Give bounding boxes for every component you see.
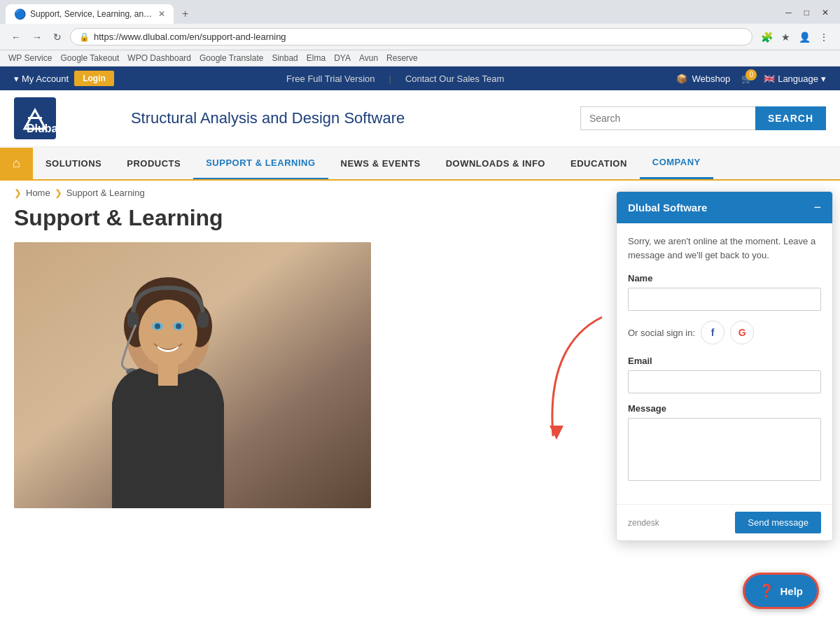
url-bar[interactable]: 🔒 https://www.dlubal.com/en/support-and-… xyxy=(70,28,752,46)
bookmark-dya[interactable]: DYA xyxy=(334,53,351,63)
back-button[interactable]: ← xyxy=(8,29,24,46)
webshop-link[interactable]: 📦 Webshop xyxy=(676,74,730,84)
svg-marker-18 xyxy=(550,426,564,440)
svg-rect-14 xyxy=(127,312,139,328)
my-account-menu[interactable]: ▾ My Account xyxy=(14,74,69,84)
search-wrap: SEARCH xyxy=(419,106,826,130)
bookmark-google-takeout[interactable]: Google Takeout xyxy=(60,53,119,63)
lock-icon: 🔒 xyxy=(79,32,90,42)
site-topbar: ▾ My Account Login Free Full Trial Versi… xyxy=(0,66,840,90)
help-icon: ❓ xyxy=(759,583,774,598)
tab-title: Support, Service, Learning, and S xyxy=(30,9,154,19)
chat-title: Dlubal Software xyxy=(628,202,707,214)
topbar-center: Free Full Trial Version | Contact Our Sa… xyxy=(128,74,663,84)
tab-bar: 🔵 Support, Service, Learning, and S ✕ + … xyxy=(0,0,840,24)
window-minimize-button[interactable]: ─ xyxy=(780,5,797,20)
new-tab-button[interactable]: + xyxy=(176,5,194,23)
search-button[interactable]: SEARCH xyxy=(755,106,826,130)
chat-header: Dlubal Software − xyxy=(617,192,832,223)
chat-name-input[interactable] xyxy=(628,288,821,311)
nav-news-events[interactable]: NEWS & EVENTS xyxy=(328,148,433,178)
language-arrow-icon: ▾ xyxy=(821,74,826,84)
logo-text: Dlubal xyxy=(27,122,61,135)
address-bar: ← → ↻ 🔒 https://www.dlubal.com/en/suppor… xyxy=(0,24,840,50)
nav-support-learning[interactable]: SUPPORT & LEARNING xyxy=(193,148,328,179)
language-selector[interactable]: 🇬🇧 Language ▾ xyxy=(764,74,826,84)
menu-button[interactable]: ⋮ xyxy=(816,29,832,46)
chat-footer: zendesk Send message xyxy=(617,504,832,540)
chat-message-label: Message xyxy=(628,403,821,414)
nav-education[interactable]: EDUCATION xyxy=(558,148,640,178)
nav-products[interactable]: PRODUCTS xyxy=(114,148,193,178)
chat-email-input[interactable] xyxy=(628,370,821,393)
chat-message-group: Message xyxy=(628,403,821,483)
site-header: Dlubal Structural Analysis and Design So… xyxy=(0,90,840,147)
svg-point-12 xyxy=(155,323,160,329)
language-label: Language xyxy=(778,74,818,84)
nav-downloads-info[interactable]: DOWNLOADS & INFO xyxy=(433,148,558,178)
forward-button[interactable]: → xyxy=(29,29,45,46)
window-maximize-button[interactable]: □ xyxy=(799,5,815,20)
chat-body: Sorry, we aren't online at the moment. L… xyxy=(617,223,832,504)
extensions-button[interactable]: 🧩 xyxy=(758,29,776,46)
svg-point-13 xyxy=(176,323,181,329)
webshop-label: Webshop xyxy=(692,74,730,84)
bookmark-google-translate[interactable]: Google Translate xyxy=(200,53,263,63)
nav-home-button[interactable]: ⌂ xyxy=(0,148,33,179)
logo[interactable]: Dlubal xyxy=(14,97,61,139)
chat-email-label: Email xyxy=(628,356,821,366)
bookmark-elma[interactable]: Elma xyxy=(307,53,326,63)
bookmark-avun[interactable]: Avun xyxy=(359,53,378,63)
tab-close-button[interactable]: ✕ xyxy=(158,9,165,19)
contact-sales-link[interactable]: Contact Our Sales Team xyxy=(405,74,504,84)
browser-actions: 🧩 ★ 👤 ⋮ xyxy=(758,29,832,46)
help-label: Help xyxy=(780,585,803,597)
chat-offline-message: Sorry, we aren't online at the moment. L… xyxy=(628,234,821,262)
breadcrumb-arrow-icon: ❯ xyxy=(14,188,22,198)
google-signin-button[interactable]: G xyxy=(730,321,754,344)
svg-rect-17 xyxy=(158,365,178,386)
chat-message-textarea[interactable] xyxy=(628,418,821,481)
bookmark-button[interactable]: ★ xyxy=(778,29,793,46)
chat-name-label: Name xyxy=(628,273,821,284)
zendesk-label: zendesk xyxy=(628,518,659,528)
chat-widget: Dlubal Software − Sorry, we aren't onlin… xyxy=(616,191,833,541)
url-text: https://www.dlubal.com/en/support-and-le… xyxy=(94,31,743,42)
facebook-signin-button[interactable]: f xyxy=(701,321,724,344)
social-signin: Or social sign in: f G xyxy=(628,321,821,344)
login-button[interactable]: Login xyxy=(74,71,114,86)
flag-icon: 🇬🇧 xyxy=(764,74,775,84)
site-title: Structural Analysis and Design Software xyxy=(131,109,405,127)
cart-button[interactable]: 🛒 0 xyxy=(741,74,752,84)
nav-solutions[interactable]: SOLUTIONS xyxy=(33,148,114,178)
window-controls: ─ □ ✕ xyxy=(780,5,834,23)
bookmark-wpo-dashboard[interactable]: WPO Dashboard xyxy=(127,53,191,63)
chat-minimize-button[interactable]: − xyxy=(813,200,821,215)
profile-button[interactable]: 👤 xyxy=(796,29,813,46)
active-tab[interactable]: 🔵 Support, Service, Learning, and S ✕ xyxy=(6,4,174,24)
browser-chrome: 🔵 Support, Service, Learning, and S ✕ + … xyxy=(0,0,840,66)
svg-rect-15 xyxy=(197,312,209,328)
site-nav: ⌂ SOLUTIONS PRODUCTS SUPPORT & LEARNING … xyxy=(0,147,840,181)
send-message-button[interactable]: Send message xyxy=(735,512,821,533)
bookmark-reserve[interactable]: Reserve xyxy=(386,53,418,63)
bookmarks-bar: WP Service Google Takeout WPO Dashboard … xyxy=(0,50,840,66)
topbar-right: 📦 Webshop 🛒 0 🇬🇧 Language ▾ xyxy=(676,74,826,84)
svg-rect-2 xyxy=(28,117,42,119)
window-close-button[interactable]: ✕ xyxy=(816,5,834,20)
svg-point-9 xyxy=(139,300,197,367)
breadcrumb-home[interactable]: Home xyxy=(26,188,50,198)
breadcrumb-current: Support & Learning xyxy=(66,188,145,198)
refresh-button[interactable]: ↻ xyxy=(50,29,64,46)
search-input[interactable] xyxy=(580,106,755,130)
support-image xyxy=(14,242,371,508)
free-trial-link[interactable]: Free Full Trial Version xyxy=(286,74,374,84)
my-account-label: My Account xyxy=(22,74,69,84)
bookmark-wp-service[interactable]: WP Service xyxy=(8,53,52,63)
cart-badge: 0 xyxy=(746,69,757,80)
red-arrow xyxy=(532,310,616,452)
webshop-icon: 📦 xyxy=(676,74,687,84)
nav-company[interactable]: COMPANY xyxy=(640,147,713,179)
bookmark-sinbad[interactable]: Sinbad xyxy=(272,53,298,63)
help-button[interactable]: ❓ Help xyxy=(743,573,819,609)
